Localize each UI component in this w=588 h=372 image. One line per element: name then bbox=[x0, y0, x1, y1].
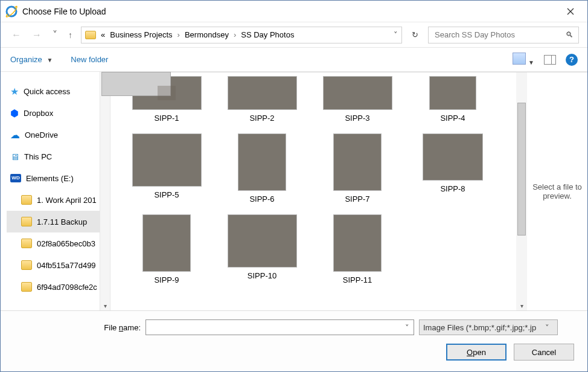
file-item[interactable]: SIPP-6 bbox=[217, 133, 307, 204]
tree-folder[interactable]: 6f94ad7098cfe2c bbox=[7, 276, 100, 298]
thumbnail bbox=[323, 76, 392, 110]
crumb-prefix: « bbox=[101, 30, 105, 39]
tree-elements-drive[interactable]: WDElements (E:) bbox=[7, 167, 100, 189]
nav-tree: ★Quick access ⬢Dropbox ☁OneDrive 🖥This P… bbox=[1, 72, 100, 310]
file-item[interactable]: SIPP-4 bbox=[407, 76, 498, 123]
tree-folder[interactable]: 1. Work April 201 bbox=[7, 189, 100, 211]
content-area: SIPP-1 SIPP-2 SIPP-3 SIPP-4 SIPP-5 SIPP-… bbox=[110, 72, 587, 310]
thumbnail bbox=[333, 133, 382, 191]
star-icon: ★ bbox=[10, 86, 19, 97]
address-dropdown[interactable]: ˅ bbox=[394, 30, 398, 39]
close-button[interactable] bbox=[558, 4, 583, 19]
file-item[interactable]: SIPP-10 bbox=[217, 214, 307, 284]
thumbnail bbox=[142, 214, 191, 272]
chevron-down-icon: ▼ bbox=[528, 59, 534, 66]
tree-folder[interactable]: 02f8a065bec0b3 bbox=[7, 232, 100, 254]
crumb-bermondsey[interactable]: Bermondsey bbox=[185, 30, 229, 39]
search-box[interactable]: 🔍︎ bbox=[428, 27, 579, 43]
dialog-title: Choose File to Upload bbox=[22, 7, 106, 16]
folder-icon bbox=[21, 239, 32, 248]
file-item[interactable]: SIPP-2 bbox=[217, 76, 307, 123]
thumbnail bbox=[228, 214, 297, 268]
filename-label: File name: bbox=[14, 323, 141, 332]
filename-combo[interactable]: ˅ bbox=[145, 319, 414, 335]
dialog-body: ★Quick access ⬢Dropbox ☁OneDrive 🖥This P… bbox=[1, 72, 587, 310]
file-scrollbar[interactable]: ▾ bbox=[516, 72, 527, 310]
filetype-combo[interactable]: Image Files (*.bmp;*.gif;*.jpg;*.jp ˅ bbox=[419, 319, 558, 335]
file-dialog: Choose File to Upload ← → ˅ ↑ « Business… bbox=[0, 0, 588, 372]
refresh-button[interactable]: ↻ bbox=[408, 30, 422, 39]
scrollbar-thumb[interactable] bbox=[517, 103, 526, 236]
file-item[interactable]: SIPP-8 bbox=[407, 133, 498, 204]
chevron-right-icon[interactable]: › bbox=[177, 30, 180, 39]
crumb-ssday[interactable]: SS Day Photos bbox=[241, 30, 294, 39]
open-button[interactable]: Open bbox=[446, 344, 507, 361]
folder-icon bbox=[21, 260, 32, 270]
tree-scrollbar[interactable]: ▾ bbox=[100, 72, 110, 310]
scroll-down-icon[interactable]: ▾ bbox=[516, 303, 527, 309]
tree-quick-access[interactable]: ★Quick access bbox=[7, 80, 100, 102]
drive-icon: WD bbox=[10, 174, 21, 182]
up-button[interactable]: ↑ bbox=[66, 30, 75, 40]
pc-icon: 🖥 bbox=[10, 152, 19, 162]
file-item[interactable]: SIPP-5 bbox=[121, 133, 212, 204]
folder-icon bbox=[85, 31, 96, 39]
scroll-down-icon[interactable]: ▾ bbox=[100, 303, 110, 309]
dropbox-icon: ⬢ bbox=[10, 107, 19, 119]
file-item[interactable]: SIPP-3 bbox=[312, 76, 403, 123]
preview-pane-button[interactable] bbox=[544, 55, 556, 65]
file-item[interactable]: SIPP-9 bbox=[121, 214, 212, 284]
tree-dropbox[interactable]: ⬢Dropbox bbox=[7, 102, 100, 124]
chevron-down-icon: ▼ bbox=[46, 57, 53, 63]
crumb-business[interactable]: Business Projects bbox=[110, 30, 172, 39]
thumbnail bbox=[132, 133, 202, 187]
file-item[interactable]: SIPP-11 bbox=[312, 214, 403, 284]
nav-bar: ← → ˅ ↑ « Business Projects › Bermondsey… bbox=[1, 22, 587, 48]
folder-icon bbox=[21, 282, 32, 292]
chevron-down-icon[interactable]: ˅ bbox=[400, 320, 414, 335]
forward-button[interactable]: → bbox=[30, 30, 44, 40]
chevron-down-icon[interactable]: ˅ bbox=[540, 323, 554, 332]
chevron-right-icon[interactable]: › bbox=[234, 30, 236, 39]
filename-input[interactable] bbox=[146, 320, 400, 335]
recent-dropdown[interactable]: ˅ bbox=[50, 29, 60, 40]
thumbnail bbox=[333, 214, 382, 272]
file-item[interactable]: SIPP-7 bbox=[312, 133, 403, 204]
thumbnail bbox=[429, 76, 476, 110]
preview-pane: Select a file to preview. bbox=[527, 72, 587, 310]
filetype-text: Image Files (*.bmp;*.gif;*.jpg;*.jp bbox=[423, 323, 536, 332]
cancel-button[interactable]: Cancel bbox=[514, 344, 574, 361]
search-input[interactable] bbox=[433, 30, 566, 40]
preview-placeholder: Select a file to preview. bbox=[531, 182, 584, 200]
svg-rect-1 bbox=[158, 86, 176, 100]
tree-this-pc[interactable]: 🖥This PC bbox=[7, 146, 100, 167]
tree-onedrive[interactable]: ☁OneDrive bbox=[7, 124, 100, 146]
toolbar: Organize ▼ New folder ▼ ? bbox=[1, 48, 587, 72]
file-list[interactable]: SIPP-1 SIPP-2 SIPP-3 SIPP-4 SIPP-5 SIPP-… bbox=[110, 72, 516, 310]
back-button[interactable]: ← bbox=[9, 30, 24, 40]
folder-icon bbox=[21, 195, 32, 205]
folder-icon bbox=[21, 217, 32, 226]
thumbnail bbox=[228, 76, 297, 110]
tree-folder[interactable]: 04fb515a77d499 bbox=[7, 254, 100, 276]
thumbnail bbox=[423, 133, 483, 181]
view-button[interactable]: ▼ bbox=[513, 53, 534, 66]
dialog-footer: File name: ˅ Image Files (*.bmp;*.gif;*.… bbox=[1, 310, 587, 371]
cloud-icon: ☁ bbox=[10, 129, 20, 141]
new-folder-button[interactable]: New folder bbox=[71, 55, 108, 64]
tree-folder-selected[interactable]: 1.7.11 Backup bbox=[7, 211, 100, 232]
search-icon[interactable]: 🔍︎ bbox=[566, 30, 574, 39]
help-button[interactable]: ? bbox=[566, 54, 578, 66]
organize-button[interactable]: Organize ▼ bbox=[10, 55, 53, 64]
title-bar: Choose File to Upload bbox=[1, 1, 587, 22]
thumbnail bbox=[238, 133, 286, 191]
address-bar[interactable]: « Business Projects › Bermondsey › SS Da… bbox=[81, 27, 402, 43]
ie-icon bbox=[5, 5, 18, 18]
